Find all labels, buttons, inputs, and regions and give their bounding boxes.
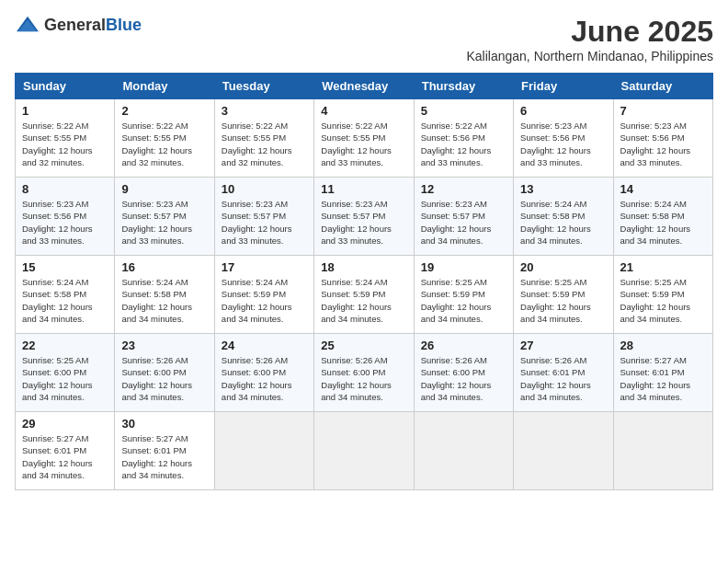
- calendar-cell: 1 Sunrise: 5:22 AM Sunset: 5:55 PM Dayli…: [16, 99, 115, 178]
- day-detail: Sunrise: 5:23 AM Sunset: 5:57 PM Dayligh…: [121, 198, 207, 247]
- calendar-cell: 23 Sunrise: 5:26 AM Sunset: 6:00 PM Dayl…: [115, 334, 214, 412]
- day-detail: Sunrise: 5:23 AM Sunset: 5:57 PM Dayligh…: [421, 198, 506, 247]
- day-detail: Sunrise: 5:27 AM Sunset: 6:01 PM Dayligh…: [620, 354, 706, 403]
- weekday-header-row: SundayMondayTuesdayWednesdayThursdayFrid…: [16, 74, 713, 99]
- day-detail: Sunrise: 5:23 AM Sunset: 5:57 PM Dayligh…: [321, 198, 406, 247]
- day-number: 2: [121, 104, 207, 118]
- day-number: 4: [321, 104, 406, 118]
- logo: GeneralBlue: [15, 15, 142, 35]
- day-number: 27: [520, 339, 606, 352]
- logo-text-general: General: [44, 16, 106, 34]
- day-detail: Sunrise: 5:26 AM Sunset: 6:00 PM Dayligh…: [121, 354, 207, 403]
- calendar-cell: 21 Sunrise: 5:25 AM Sunset: 5:59 PM Dayl…: [613, 256, 712, 334]
- day-number: 6: [520, 104, 606, 118]
- calendar-cell: [414, 412, 513, 490]
- week-row-4: 22 Sunrise: 5:25 AM Sunset: 6:00 PM Dayl…: [16, 334, 713, 412]
- day-detail: Sunrise: 5:26 AM Sunset: 6:00 PM Dayligh…: [421, 354, 506, 403]
- day-number: 3: [222, 104, 307, 118]
- day-number: 8: [22, 182, 108, 196]
- calendar-cell: [214, 412, 313, 490]
- calendar-cell: 20 Sunrise: 5:25 AM Sunset: 5:59 PM Dayl…: [514, 256, 613, 334]
- week-row-5: 29 Sunrise: 5:27 AM Sunset: 6:01 PM Dayl…: [16, 412, 713, 490]
- calendar-cell: 18 Sunrise: 5:24 AM Sunset: 5:59 PM Dayl…: [314, 256, 414, 334]
- day-number: 28: [620, 339, 706, 352]
- day-detail: Sunrise: 5:23 AM Sunset: 5:57 PM Dayligh…: [222, 198, 307, 247]
- day-detail: Sunrise: 5:24 AM Sunset: 5:58 PM Dayligh…: [520, 198, 606, 247]
- calendar-cell: 27 Sunrise: 5:26 AM Sunset: 6:01 PM Dayl…: [514, 334, 613, 412]
- calendar: SundayMondayTuesdayWednesdayThursdayFrid…: [15, 73, 713, 490]
- day-number: 9: [121, 182, 207, 196]
- weekday-header-monday: Monday: [115, 74, 214, 99]
- calendar-cell: 7 Sunrise: 5:23 AM Sunset: 5:56 PM Dayli…: [613, 99, 712, 178]
- day-number: 19: [421, 260, 506, 274]
- day-number: 26: [421, 339, 506, 352]
- week-row-3: 15 Sunrise: 5:24 AM Sunset: 5:58 PM Dayl…: [16, 256, 713, 334]
- day-detail: Sunrise: 5:23 AM Sunset: 5:56 PM Dayligh…: [620, 120, 706, 168]
- calendar-cell: [514, 412, 613, 490]
- day-detail: Sunrise: 5:25 AM Sunset: 5:59 PM Dayligh…: [520, 276, 606, 325]
- calendar-cell: 17 Sunrise: 5:24 AM Sunset: 5:59 PM Dayl…: [214, 256, 313, 334]
- day-detail: Sunrise: 5:26 AM Sunset: 6:00 PM Dayligh…: [321, 354, 406, 403]
- day-detail: Sunrise: 5:22 AM Sunset: 5:55 PM Dayligh…: [121, 120, 207, 168]
- day-detail: Sunrise: 5:23 AM Sunset: 5:56 PM Dayligh…: [22, 198, 108, 247]
- week-row-1: 1 Sunrise: 5:22 AM Sunset: 5:55 PM Dayli…: [16, 99, 713, 178]
- calendar-cell: [314, 412, 414, 490]
- calendar-cell: 10 Sunrise: 5:23 AM Sunset: 5:57 PM Dayl…: [214, 178, 313, 256]
- calendar-cell: 9 Sunrise: 5:23 AM Sunset: 5:57 PM Dayli…: [115, 178, 214, 256]
- header: GeneralBlue June 2025 Kalilangan, Northe…: [15, 15, 713, 63]
- day-detail: Sunrise: 5:27 AM Sunset: 6:01 PM Dayligh…: [121, 432, 207, 481]
- day-number: 14: [620, 182, 706, 196]
- day-detail: Sunrise: 5:24 AM Sunset: 5:58 PM Dayligh…: [121, 276, 207, 325]
- calendar-cell: 15 Sunrise: 5:24 AM Sunset: 5:58 PM Dayl…: [16, 256, 115, 334]
- day-detail: Sunrise: 5:27 AM Sunset: 6:01 PM Dayligh…: [22, 432, 108, 481]
- calendar-cell: 19 Sunrise: 5:25 AM Sunset: 5:59 PM Dayl…: [414, 256, 513, 334]
- day-number: 12: [421, 182, 506, 196]
- day-number: 23: [121, 339, 207, 352]
- day-number: 18: [321, 260, 406, 274]
- day-number: 15: [22, 260, 108, 274]
- calendar-cell: 30 Sunrise: 5:27 AM Sunset: 6:01 PM Dayl…: [115, 412, 214, 490]
- day-number: 30: [121, 417, 207, 431]
- day-number: 7: [620, 104, 706, 118]
- calendar-cell: [613, 412, 712, 490]
- calendar-cell: 2 Sunrise: 5:22 AM Sunset: 5:55 PM Dayli…: [115, 99, 214, 178]
- calendar-cell: 8 Sunrise: 5:23 AM Sunset: 5:56 PM Dayli…: [16, 178, 115, 256]
- day-detail: Sunrise: 5:25 AM Sunset: 5:59 PM Dayligh…: [421, 276, 506, 325]
- weekday-header-sunday: Sunday: [16, 74, 115, 99]
- day-detail: Sunrise: 5:24 AM Sunset: 5:59 PM Dayligh…: [222, 276, 307, 325]
- title-area: June 2025 Kalilangan, Northern Mindanao,…: [466, 15, 713, 63]
- weekday-header-saturday: Saturday: [613, 74, 712, 99]
- calendar-cell: 5 Sunrise: 5:22 AM Sunset: 5:56 PM Dayli…: [414, 99, 513, 178]
- day-detail: Sunrise: 5:24 AM Sunset: 5:58 PM Dayligh…: [620, 198, 706, 247]
- day-detail: Sunrise: 5:26 AM Sunset: 6:01 PM Dayligh…: [520, 354, 606, 403]
- day-number: 21: [620, 260, 706, 274]
- day-number: 11: [321, 182, 406, 196]
- weekday-header-wednesday: Wednesday: [314, 74, 414, 99]
- calendar-cell: 6 Sunrise: 5:23 AM Sunset: 5:56 PM Dayli…: [514, 99, 613, 178]
- day-number: 20: [520, 260, 606, 274]
- day-number: 25: [321, 339, 406, 352]
- calendar-cell: 28 Sunrise: 5:27 AM Sunset: 6:01 PM Dayl…: [613, 334, 712, 412]
- weekday-header-friday: Friday: [514, 74, 613, 99]
- calendar-cell: 13 Sunrise: 5:24 AM Sunset: 5:58 PM Dayl…: [514, 178, 613, 256]
- day-detail: Sunrise: 5:23 AM Sunset: 5:56 PM Dayligh…: [520, 120, 606, 168]
- day-detail: Sunrise: 5:22 AM Sunset: 5:55 PM Dayligh…: [222, 120, 307, 168]
- day-number: 29: [22, 417, 108, 431]
- day-number: 5: [421, 104, 506, 118]
- weekday-header-thursday: Thursday: [414, 74, 513, 99]
- day-number: 24: [222, 339, 307, 352]
- calendar-cell: 25 Sunrise: 5:26 AM Sunset: 6:00 PM Dayl…: [314, 334, 414, 412]
- calendar-cell: 12 Sunrise: 5:23 AM Sunset: 5:57 PM Dayl…: [414, 178, 513, 256]
- day-number: 10: [222, 182, 307, 196]
- day-detail: Sunrise: 5:24 AM Sunset: 5:59 PM Dayligh…: [321, 276, 406, 325]
- calendar-cell: 16 Sunrise: 5:24 AM Sunset: 5:58 PM Dayl…: [115, 256, 214, 334]
- calendar-cell: 22 Sunrise: 5:25 AM Sunset: 6:00 PM Dayl…: [16, 334, 115, 412]
- day-detail: Sunrise: 5:26 AM Sunset: 6:00 PM Dayligh…: [222, 354, 307, 403]
- calendar-cell: 24 Sunrise: 5:26 AM Sunset: 6:00 PM Dayl…: [214, 334, 313, 412]
- day-detail: Sunrise: 5:22 AM Sunset: 5:55 PM Dayligh…: [22, 120, 108, 168]
- weekday-header-tuesday: Tuesday: [214, 74, 313, 99]
- calendar-cell: 3 Sunrise: 5:22 AM Sunset: 5:55 PM Dayli…: [214, 99, 313, 178]
- day-detail: Sunrise: 5:24 AM Sunset: 5:58 PM Dayligh…: [22, 276, 108, 325]
- calendar-cell: 11 Sunrise: 5:23 AM Sunset: 5:57 PM Dayl…: [314, 178, 414, 256]
- day-detail: Sunrise: 5:22 AM Sunset: 5:55 PM Dayligh…: [321, 120, 406, 168]
